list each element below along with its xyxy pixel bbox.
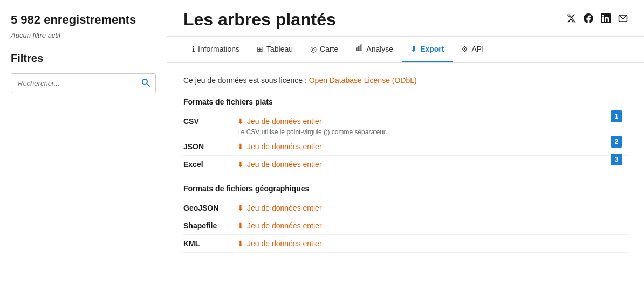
format-row-kml: KML ⬇ Jeu de données entier xyxy=(183,235,628,253)
download-icon-json: ⬇ xyxy=(237,142,244,151)
search-button[interactable] xyxy=(136,74,155,93)
json-download-link[interactable]: ⬇ Jeu de données entier xyxy=(237,142,322,151)
twitter-link[interactable] xyxy=(566,13,576,26)
geo-files-title: Formats de fichiers géographiques xyxy=(183,184,628,193)
search-box[interactable] xyxy=(11,73,156,93)
csv-badge: 1 xyxy=(611,110,622,122)
info-icon: ℹ xyxy=(192,45,195,53)
download-icon-csv: ⬇ xyxy=(237,117,244,126)
page-title: Les arbres plantés xyxy=(183,10,336,30)
tab-tableau[interactable]: ⊞ Tableau xyxy=(248,37,302,62)
kml-format-name: KML xyxy=(183,239,237,248)
geojson-download-link[interactable]: ⬇ Jeu de données entier xyxy=(237,204,322,212)
record-count: 5 982 enregistrements xyxy=(11,13,156,27)
email-link[interactable] xyxy=(618,13,628,26)
tab-tableau-label: Tableau xyxy=(266,45,293,53)
download-icon-kml: ⬇ xyxy=(237,239,244,248)
svg-rect-3 xyxy=(357,48,358,51)
svg-rect-4 xyxy=(359,46,360,51)
tab-export-label: Export xyxy=(420,45,444,53)
linkedin-link[interactable] xyxy=(601,13,611,26)
tab-api-label: API xyxy=(471,45,484,53)
export-content: Ce jeu de données est sous licence : Ope… xyxy=(167,63,644,266)
download-icon-excel: ⬇ xyxy=(237,160,244,169)
shapefile-format-name: Shapefile xyxy=(183,221,237,230)
search-icon xyxy=(141,78,150,87)
json-format-name: JSON xyxy=(183,142,237,151)
kml-download-link[interactable]: ⬇ Jeu de données entier xyxy=(237,239,322,248)
excel-format-name: Excel xyxy=(183,160,237,169)
download-icon-geojson: ⬇ xyxy=(237,204,244,212)
tab-carte-label: Carte xyxy=(320,45,338,53)
tab-api[interactable]: ⚙ API xyxy=(453,37,492,62)
license-text: Ce jeu de données est sous licence : Ope… xyxy=(183,76,628,85)
geojson-format-name: GeoJSON xyxy=(183,204,237,212)
tab-analyse[interactable]: Analyse xyxy=(347,37,402,62)
tab-carte[interactable]: ◎ Carte xyxy=(302,37,347,62)
format-row-csv: CSV ⬇ Jeu de données entier 1 xyxy=(183,113,628,130)
tab-export[interactable]: ⬇ Export xyxy=(402,37,453,62)
facebook-link[interactable] xyxy=(584,13,593,26)
format-row-excel: Excel ⬇ Jeu de données entier 3 xyxy=(183,156,628,173)
map-icon: ◎ xyxy=(310,45,317,53)
csv-download-link[interactable]: ⬇ Jeu de données entier xyxy=(237,117,322,126)
csv-format-name: CSV xyxy=(183,117,237,126)
svg-rect-5 xyxy=(361,45,362,51)
linkedin-icon xyxy=(601,13,611,23)
twitter-icon xyxy=(566,13,576,23)
main-header: Les arbres plantés xyxy=(167,0,644,37)
tabs-nav: ℹ Informations ⊞ Tableau ◎ Carte Analyse xyxy=(167,37,644,63)
facebook-icon xyxy=(584,13,593,23)
social-icons xyxy=(566,13,628,26)
flat-files-title: Formats de fichiers plats xyxy=(183,98,628,106)
tab-informations[interactable]: ℹ Informations xyxy=(183,37,248,62)
main-content: Les arbres plantés xyxy=(167,0,644,299)
tab-analyse-label: Analyse xyxy=(366,45,393,53)
search-input[interactable] xyxy=(11,75,136,92)
license-link[interactable]: Open Database License (ODbL) xyxy=(309,76,417,85)
export-icon: ⬇ xyxy=(410,45,417,53)
api-icon: ⚙ xyxy=(461,45,468,53)
json-badge: 2 xyxy=(611,136,622,148)
table-icon: ⊞ xyxy=(257,45,263,53)
excel-download-link[interactable]: ⬇ Jeu de données entier xyxy=(237,160,322,169)
download-icon-shapefile: ⬇ xyxy=(237,221,244,230)
excel-badge: 3 xyxy=(611,154,622,165)
no-filter-label: Aucun filtre actif xyxy=(11,31,156,39)
sidebar: 5 982 enregistrements Aucun filtre actif… xyxy=(0,0,167,299)
shapefile-download-link[interactable]: ⬇ Jeu de données entier xyxy=(237,221,322,230)
chart-icon xyxy=(355,44,363,53)
tab-informations-label: Informations xyxy=(198,45,239,53)
filters-title: Filtres xyxy=(11,52,156,65)
format-row-json: JSON ⬇ Jeu de données entier 2 xyxy=(183,138,628,156)
svg-line-1 xyxy=(147,84,149,86)
email-icon xyxy=(618,13,628,23)
format-row-shapefile: Shapefile ⬇ Jeu de données entier xyxy=(183,217,628,235)
format-row-geojson: GeoJSON ⬇ Jeu de données entier xyxy=(183,199,628,217)
